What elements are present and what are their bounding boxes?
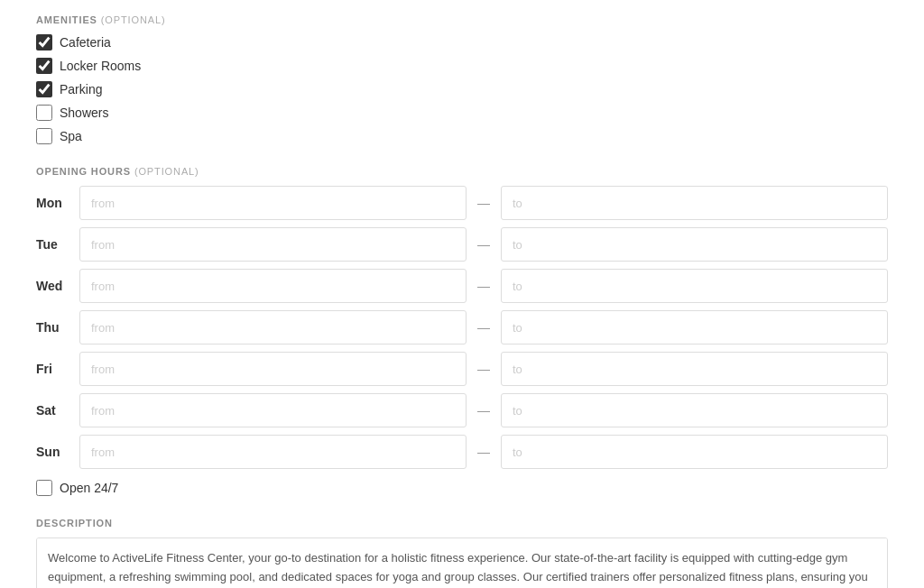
locker-rooms-checkbox[interactable]: [36, 58, 52, 74]
hours-grid: Mon — Tue — Wed — Thu — Fri —: [36, 186, 888, 469]
amenity-showers[interactable]: Showers: [36, 105, 888, 121]
amenity-cafeteria[interactable]: Cafeteria: [36, 34, 888, 51]
hours-row-wed: Wed —: [36, 269, 888, 303]
thu-to-input[interactable]: [501, 310, 888, 345]
tue-to-input[interactable]: [501, 227, 888, 262]
day-mon: Mon: [36, 196, 72, 210]
hours-row-sun: Sun —: [36, 435, 888, 469]
amenities-label: AMENITIES (OPTIONAL): [36, 14, 888, 25]
thu-dash: —: [474, 320, 494, 335]
opening-hours-label: OPENING HOURS (OPTIONAL): [36, 166, 888, 177]
sat-from-input[interactable]: [79, 393, 467, 427]
amenity-locker-rooms[interactable]: Locker Rooms: [36, 58, 888, 74]
parking-label: Parking: [60, 82, 102, 96]
showers-label: Showers: [60, 106, 108, 120]
day-thu: Thu: [36, 320, 72, 335]
tue-from-input[interactable]: [79, 227, 467, 262]
day-sat: Sat: [36, 403, 72, 418]
sat-dash: —: [474, 403, 494, 418]
fri-dash: —: [474, 362, 494, 376]
day-wed: Wed: [36, 279, 72, 293]
wed-from-input[interactable]: [79, 269, 467, 303]
description-label: DESCRIPTION: [36, 518, 888, 528]
day-fri: Fri: [36, 362, 72, 376]
fri-to-input[interactable]: [501, 352, 888, 386]
thu-from-input[interactable]: [79, 310, 467, 345]
mon-from-input[interactable]: [79, 186, 467, 220]
description-textarea[interactable]: Welcome to ActiveLife Fitness Center, yo…: [36, 537, 888, 588]
wed-to-input[interactable]: [501, 269, 888, 303]
open-24-row[interactable]: Open 24/7: [36, 480, 888, 496]
open-24-checkbox[interactable]: [36, 480, 52, 496]
wed-dash: —: [474, 279, 494, 293]
fri-from-input[interactable]: [79, 352, 467, 386]
day-tue: Tue: [36, 237, 72, 252]
cafeteria-label: Cafeteria: [60, 35, 111, 50]
spa-checkbox[interactable]: [36, 128, 52, 144]
hours-row-tue: Tue —: [36, 227, 888, 262]
mon-dash: —: [474, 196, 494, 210]
opening-hours-section: OPENING HOURS (OPTIONAL) Mon — Tue — Wed…: [36, 166, 888, 496]
hours-row-sat: Sat —: [36, 393, 888, 427]
hours-row-mon: Mon —: [36, 186, 888, 220]
amenity-parking[interactable]: Parking: [36, 81, 888, 97]
amenities-section: AMENITIES (OPTIONAL) Cafeteria Locker Ro…: [36, 14, 888, 144]
tue-dash: —: [474, 237, 494, 252]
locker-rooms-label: Locker Rooms: [60, 59, 141, 73]
cafeteria-checkbox[interactable]: [36, 34, 52, 51]
amenity-spa[interactable]: Spa: [36, 128, 888, 144]
hours-row-thu: Thu —: [36, 310, 888, 345]
sun-dash: —: [474, 445, 494, 459]
sun-from-input[interactable]: [79, 435, 467, 469]
showers-checkbox[interactable]: [36, 105, 52, 121]
parking-checkbox[interactable]: [36, 81, 52, 97]
open-24-label: Open 24/7: [60, 481, 118, 495]
description-section: DESCRIPTION Welcome to ActiveLife Fitnes…: [36, 518, 888, 588]
sat-to-input[interactable]: [501, 393, 888, 427]
hours-row-fri: Fri —: [36, 352, 888, 386]
day-sun: Sun: [36, 445, 72, 459]
mon-to-input[interactable]: [501, 186, 888, 220]
spa-label: Spa: [60, 129, 82, 143]
sun-to-input[interactable]: [501, 435, 888, 469]
